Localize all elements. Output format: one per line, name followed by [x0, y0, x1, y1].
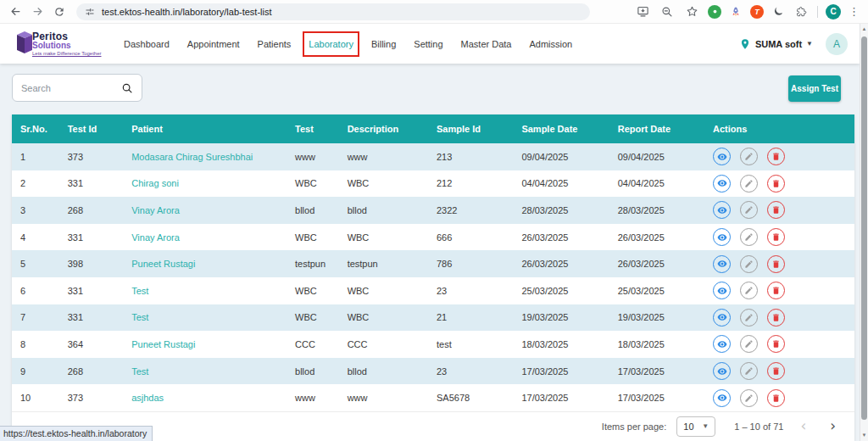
cell-patient[interactable]: Vinay Arora: [123, 197, 287, 224]
view-button[interactable]: [713, 389, 731, 407]
eye-icon: [717, 152, 727, 162]
view-button[interactable]: [713, 148, 731, 165]
cell-sample-id: 23: [428, 277, 513, 304]
cell-description: bllod: [339, 197, 428, 224]
delete-button[interactable]: [767, 389, 785, 407]
cell-sr-no: 2: [12, 170, 59, 198]
nav-item-setting[interactable]: Setting: [414, 37, 442, 51]
edit-button[interactable]: [740, 335, 758, 353]
bookmark-star-icon[interactable]: [683, 3, 700, 20]
scroll-down-icon[interactable]: ▼: [860, 433, 868, 438]
cell-patient[interactable]: Puneet Rustagi: [123, 331, 287, 358]
view-button[interactable]: [713, 201, 731, 219]
cell-test: WBC: [287, 304, 339, 332]
cell-patient[interactable]: Chirag soni: [123, 170, 287, 198]
edit-button[interactable]: [740, 389, 758, 407]
edit-button[interactable]: [740, 175, 758, 193]
delete-button[interactable]: [767, 148, 785, 165]
scroll-up-icon[interactable]: ▲: [860, 26, 868, 31]
extension-rocket-icon[interactable]: [729, 5, 743, 19]
scrollbar-thumb[interactable]: [861, 36, 867, 420]
extensions-puzzle-icon[interactable]: [793, 3, 810, 20]
nav-item-laboratory[interactable]: Laboratory: [309, 37, 353, 51]
cell-patient[interactable]: Modasara Chirag Sureshbhai: [123, 143, 287, 170]
cell-patient[interactable]: Vinay Arora: [123, 224, 287, 251]
edit-button[interactable]: [740, 228, 758, 246]
cell-sample-id: 213: [428, 143, 513, 170]
pencil-icon: [744, 313, 754, 322]
view-button[interactable]: [713, 362, 731, 380]
delete-button[interactable]: [767, 362, 785, 380]
user-avatar[interactable]: A: [826, 33, 848, 55]
assign-test-button[interactable]: Assign Test: [788, 75, 841, 102]
browser-toolbar-right: T C ⋮: [634, 3, 861, 20]
table-row: 9268Testbllodbllod2317/03/202517/03/2025: [12, 358, 854, 385]
cell-patient[interactable]: Test: [123, 277, 287, 304]
search-icon[interactable]: [121, 82, 133, 94]
search-input[interactable]: [21, 83, 121, 93]
browser-menu-icon[interactable]: ⋮: [849, 6, 860, 17]
extension-green-icon[interactable]: [708, 5, 721, 19]
delete-button[interactable]: [767, 175, 785, 193]
edit-button[interactable]: [740, 255, 758, 273]
scrollbar[interactable]: ▲ ▼: [860, 24, 868, 441]
cell-patient[interactable]: asjhdas: [123, 384, 287, 411]
prev-page-button[interactable]: ‹: [793, 419, 813, 433]
install-app-icon[interactable]: [634, 3, 651, 20]
edit-button[interactable]: [740, 362, 758, 380]
nav-item-dashboard[interactable]: Dashboard: [124, 37, 170, 51]
cell-sr-no: 8: [12, 331, 59, 358]
browser-window: test.ektos-health.in/laboratory/lab-test…: [0, 0, 868, 441]
forward-icon[interactable]: [29, 3, 46, 20]
view-button[interactable]: [713, 282, 731, 299]
logo-tagline: Lets make Difference Together: [32, 51, 102, 56]
view-button[interactable]: [713, 335, 731, 353]
location-name[interactable]: SUMA soft: [755, 39, 802, 49]
browser-profile-avatar[interactable]: C: [826, 4, 841, 20]
delete-button[interactable]: [767, 309, 785, 327]
site-settings-icon[interactable]: [85, 7, 95, 17]
zoom-icon[interactable]: [659, 3, 676, 20]
edit-button[interactable]: [740, 201, 758, 219]
edit-button[interactable]: [740, 309, 758, 327]
view-button[interactable]: [713, 309, 731, 327]
reload-icon[interactable]: [51, 3, 68, 20]
cell-patient[interactable]: Test: [123, 358, 287, 385]
edit-button[interactable]: [740, 148, 758, 165]
trash-icon: [771, 205, 781, 215]
app-logo[interactable]: Peritos Solutions Lets make Difference T…: [12, 31, 112, 58]
nav-item-patients[interactable]: Patients: [258, 37, 292, 51]
cell-test: WBC: [287, 224, 339, 251]
table-row: 10373asjhdaswwwwwwSA567817/03/202517/03/…: [12, 384, 854, 411]
location-caret-down-icon[interactable]: ▼: [806, 40, 813, 47]
delete-button[interactable]: [767, 282, 785, 299]
cell-patient[interactable]: Puneet Rustagi: [123, 250, 287, 277]
cell-test-id: 398: [59, 250, 124, 277]
view-button[interactable]: [713, 175, 731, 193]
extension-orange-icon[interactable]: T: [750, 5, 764, 19]
delete-button[interactable]: [767, 201, 785, 219]
nav-item-appointment[interactable]: Appointment: [187, 37, 240, 51]
view-button[interactable]: [713, 255, 731, 273]
nav-item-master-data[interactable]: Master Data: [461, 37, 512, 51]
delete-button[interactable]: [767, 255, 785, 273]
nav-item-billing[interactable]: Billing: [371, 37, 396, 51]
back-icon[interactable]: [7, 3, 24, 20]
toolbar-separator: [817, 6, 818, 18]
items-per-page-select[interactable]: 10 ▼: [676, 416, 715, 437]
delete-button[interactable]: [767, 335, 785, 353]
delete-button[interactable]: [767, 228, 785, 246]
extension-crescent-icon[interactable]: [771, 5, 785, 19]
pencil-icon: [744, 152, 754, 161]
cell-sample-id: test: [428, 331, 513, 358]
edit-button[interactable]: [740, 282, 758, 299]
cell-test-id: 364: [59, 331, 124, 358]
cell-sample-date: 18/03/2025: [513, 331, 609, 358]
view-button[interactable]: [713, 228, 731, 246]
address-bar[interactable]: test.ektos-health.in/laboratory/lab-test…: [76, 3, 590, 20]
cell-patient[interactable]: Test: [123, 304, 287, 332]
pencil-icon: [744, 286, 754, 295]
column-header-description: Description: [339, 114, 428, 143]
nav-item-admission[interactable]: Admission: [529, 37, 572, 51]
next-page-button[interactable]: ›: [823, 419, 843, 433]
